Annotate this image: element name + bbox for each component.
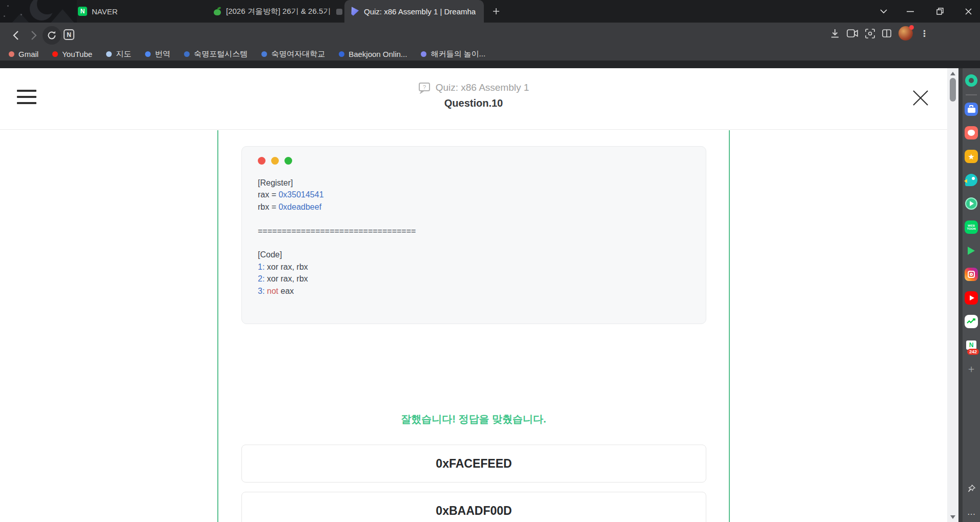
whale-sidebar: ★ WEBTOON N242 ＋ ⋯	[963, 68, 980, 522]
bookmark-label: 해커들의 놀이...	[431, 49, 485, 59]
bookmark-favicon	[9, 51, 14, 57]
bookmark-favicon	[261, 51, 267, 57]
page-scrollbar[interactable]	[947, 68, 958, 522]
naver-extension-icon[interactable]: N	[64, 29, 74, 40]
browser-toolbar: N learn.dreamhack.io Quiz: x86 Assembly …	[0, 23, 980, 48]
theme-artwork	[0, 0, 77, 23]
tab-winter-camp[interactable]: [2026 겨울방학] 26기 & 26.5기	[207, 0, 337, 23]
dreamhack-favicon	[351, 7, 359, 16]
youtube-icon[interactable]	[965, 291, 978, 305]
answer-option-label: 0xBAADF00D	[436, 504, 512, 518]
sidebar-more-icon[interactable]: ⋯	[963, 509, 980, 519]
favorites-star-icon[interactable]: ★	[965, 150, 978, 163]
bookmark-item[interactable]: YouTube	[52, 50, 92, 58]
tab-label: Quiz: x86 Assembly 1 | Dreamha	[364, 7, 476, 16]
window-close-button[interactable]	[956, 0, 980, 23]
browser-menu-icon[interactable]: ⋮	[920, 28, 929, 39]
sidebar-add-icon[interactable]: ＋	[965, 362, 978, 375]
back-button[interactable]	[6, 26, 25, 45]
quiz-bubble-icon: ?	[418, 82, 431, 94]
svg-text:?: ?	[423, 84, 426, 90]
bookmark-item[interactable]: 번역	[145, 49, 170, 59]
quiz-header: ? Quiz: x86 Assembly 1 Question.10	[0, 68, 947, 130]
bookmark-item[interactable]: 해커들의 놀이...	[421, 49, 485, 59]
naver-shopping-icon[interactable]: N242	[965, 338, 978, 352]
bookmark-label: YouTube	[62, 50, 92, 58]
bookmark-favicon	[339, 51, 344, 57]
instagram-icon[interactable]	[965, 268, 978, 281]
notification-badge: 242	[967, 349, 979, 355]
sidebar-pin-icon[interactable]	[963, 485, 980, 493]
webtoon-icon[interactable]: WEBTOON	[965, 220, 978, 234]
code-terminal-card: [Register]rax = 0x35014541rbx = 0xdeadbe…	[241, 146, 706, 324]
apple-favicon	[213, 7, 221, 15]
bookmark-label: 지도	[116, 49, 131, 59]
tab-search-chevron-button[interactable]	[872, 0, 895, 23]
bookmark-label: 숙명여자대학교	[271, 49, 325, 59]
video-call-icon[interactable]	[847, 29, 858, 37]
minimize-button[interactable]	[899, 0, 922, 23]
stock-chart-icon[interactable]	[965, 315, 978, 328]
assembly-code: [Register]rax = 0x35014541rbx = 0xdeadbe…	[258, 177, 690, 297]
quiz-title: Quiz: x86 Assembly 1	[436, 82, 529, 93]
tab-dreamhack-active[interactable]: Quiz: x86 Assembly 1 | Dreamha	[344, 0, 484, 23]
bookmark-label: 번역	[155, 49, 170, 59]
restore-button[interactable]	[928, 0, 952, 23]
tab-naver[interactable]: N NAVER	[72, 0, 124, 23]
tab-label: NAVER	[92, 7, 118, 16]
new-tab-button[interactable]	[490, 5, 502, 17]
bookmark-label: Gmail	[18, 50, 38, 58]
forward-button[interactable]	[25, 26, 43, 45]
green-play-icon[interactable]	[965, 244, 978, 257]
bookmark-item[interactable]: 숙명포털시스템	[184, 49, 248, 59]
scroll-down-arrow[interactable]	[947, 512, 958, 522]
bookmark-item[interactable]: Gmail	[9, 50, 38, 58]
naver-tv-icon[interactable]	[965, 197, 978, 210]
success-message: 잘했습니다! 정답을 맞췄습니다.	[218, 412, 729, 426]
bookmark-favicon	[106, 51, 112, 57]
answer-option-label: 0xFACEFEED	[436, 457, 512, 471]
notification-dot	[909, 25, 914, 30]
bookmark-item[interactable]: 지도	[106, 49, 131, 59]
terminal-green-dot	[284, 157, 292, 165]
bookmark-favicon	[184, 51, 190, 57]
screenshot-icon[interactable]	[865, 29, 875, 38]
download-icon[interactable]	[830, 29, 840, 38]
terminal-traffic-lights	[258, 157, 690, 165]
sidebar-divider	[966, 94, 977, 95]
browser-window: N NAVER [2026 겨울방학] 26기 & 26.5기 Quiz: x8…	[0, 0, 980, 522]
terminal-yellow-dot	[271, 157, 279, 165]
chrome-page-divider	[0, 61, 980, 68]
workspace-icon[interactable]	[965, 103, 978, 116]
tab-label: [2026 겨울방학] 26기 & 26.5기	[226, 7, 331, 16]
bookmark-label: Baekjoon Onlin...	[349, 50, 407, 58]
tab-group-indicator	[336, 9, 342, 15]
papago-icon[interactable]	[965, 173, 978, 187]
bookmark-favicon	[52, 51, 58, 57]
answer-option[interactable]: ✓ 0xBAADF00D	[241, 492, 706, 522]
quiz-page: ? Quiz: x86 Assembly 1 Question.10 [Regi…	[0, 68, 947, 522]
terminal-red-dot	[258, 157, 266, 165]
quiz-close-button[interactable]	[910, 88, 931, 108]
sidebar-separator	[958, 68, 963, 522]
bookmark-item[interactable]: 숙명여자대학교	[261, 49, 325, 59]
bookmark-label: 숙명포털시스템	[194, 49, 248, 59]
refresh-button[interactable]	[43, 26, 61, 45]
split-screen-icon[interactable]	[882, 29, 891, 37]
scroll-up-arrow[interactable]	[947, 68, 958, 78]
scrollbar-thumb[interactable]	[950, 78, 956, 102]
answer-options: ✓ 0xFACEFEED ✓ 0xBAADF00D ✓ 0×35014541	[241, 445, 706, 522]
question-number: Question.10	[444, 97, 503, 109]
whale-cat-icon[interactable]	[965, 126, 978, 139]
naver-favicon: N	[78, 7, 87, 16]
bookmarks-bar: Gmail YouTube 지도 번역 숙명포털시스템 숙명여자대학교 Baek…	[0, 48, 980, 61]
bookmark-favicon	[145, 51, 151, 57]
bookmark-item[interactable]: Baekjoon Onlin...	[339, 50, 407, 58]
profile-avatar[interactable]	[899, 26, 913, 41]
whale-store-icon[interactable]	[965, 74, 978, 87]
answer-option[interactable]: ✓ 0xFACEFEED	[241, 445, 706, 483]
bookmark-favicon	[421, 51, 426, 57]
tab-bar: N NAVER [2026 겨울방학] 26기 & 26.5기 Quiz: x8…	[0, 0, 980, 23]
